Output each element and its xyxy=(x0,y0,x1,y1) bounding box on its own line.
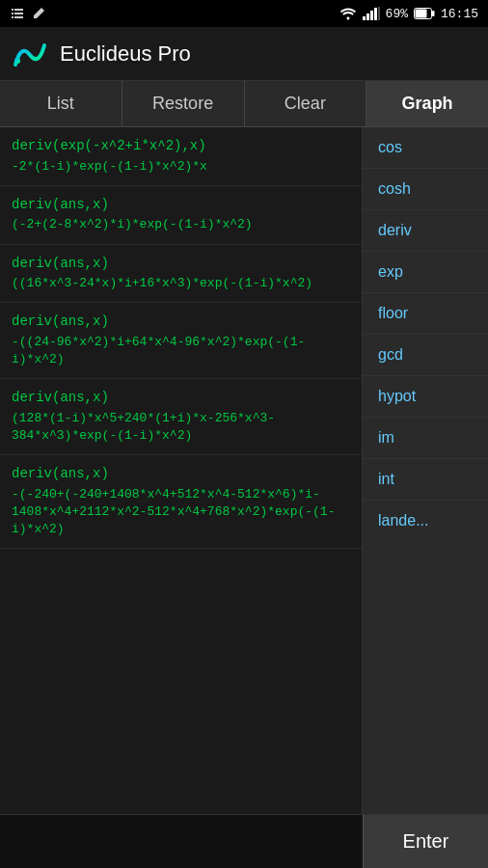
app-logo xyxy=(12,36,48,72)
enter-button[interactable]: Enter xyxy=(363,815,488,869)
sidebar-function-lande...[interactable]: lande... xyxy=(363,501,488,541)
graph-button[interactable]: Graph xyxy=(366,81,488,126)
history-output: (-2+(2-8*x^2)*i)*exp(-(1-i)*x^2) xyxy=(12,216,350,233)
history-item[interactable]: deriv(ans,x) -((24-96*x^2)*i+64*x^4-96*x… xyxy=(0,303,362,379)
history-output: (128*(1-i)*x^5+240*(1+i)*x-256*x^3-384*x… xyxy=(12,410,350,445)
tools-icon xyxy=(10,6,25,21)
svg-rect-3 xyxy=(374,8,377,20)
history-output: -((24-96*x^2)*i+64*x^4-96*x^2)*exp(-(1-i… xyxy=(12,334,350,368)
svg-rect-4 xyxy=(378,7,380,20)
history-item[interactable]: deriv(exp(-x^2+i*x^2),x) -2*(1-i)*exp(-(… xyxy=(0,127,362,186)
sidebar-function-int[interactable]: int xyxy=(363,459,488,501)
history-input: deriv(ans,x) xyxy=(12,196,350,215)
battery-percent: 69% xyxy=(386,7,408,21)
main-content: deriv(exp(-x^2+i*x^2),x) -2*(1-i)*exp(-(… xyxy=(0,127,488,814)
svg-point-8 xyxy=(14,58,20,64)
history-input: deriv(exp(-x^2+i*x^2),x) xyxy=(12,137,350,156)
history-input: deriv(ans,x) xyxy=(12,312,350,332)
svg-rect-0 xyxy=(363,16,366,20)
history-item[interactable]: deriv(ans,x) ((16*x^3-24*x)*i+16*x^3)*ex… xyxy=(0,245,362,304)
app-bar: Euclideus Pro xyxy=(0,27,488,81)
sidebar-function-im[interactable]: im xyxy=(363,418,488,459)
restore-button[interactable]: Restore xyxy=(122,81,245,126)
clear-button[interactable]: Clear xyxy=(245,81,367,126)
sidebar-function-cosh[interactable]: cosh xyxy=(363,169,488,210)
sidebar-function-gcd[interactable]: gcd xyxy=(363,335,488,376)
sidebar-function-hypot[interactable]: hypot xyxy=(363,376,488,418)
wifi-icon xyxy=(339,7,357,20)
svg-rect-7 xyxy=(432,11,435,16)
status-bar: 69% 16:15 xyxy=(0,0,488,27)
expression-input[interactable] xyxy=(0,815,363,869)
list-button[interactable]: List xyxy=(0,81,122,126)
sidebar-function-exp[interactable]: exp xyxy=(363,252,488,293)
history-input: deriv(ans,x) xyxy=(12,255,350,274)
history-item[interactable]: deriv(ans,x) -(-240+(-240+1408*x^4+512*x… xyxy=(0,455,362,549)
svg-rect-6 xyxy=(415,10,426,18)
battery-icon xyxy=(414,8,435,19)
bottom-bar: Enter xyxy=(0,814,488,868)
history-output: ((16*x^3-24*x)*i+16*x^3)*exp(-(1-i)*x^2) xyxy=(12,275,350,292)
history-output: -(-240+(-240+1408*x^4+512*x^4-512*x^6)*i… xyxy=(12,486,350,539)
clock: 16:15 xyxy=(441,7,478,21)
sidebar-function-cos[interactable]: cos xyxy=(363,127,488,169)
history-input: deriv(ans,x) xyxy=(12,465,350,484)
history-input: deriv(ans,x) xyxy=(12,389,350,408)
signal-icon xyxy=(363,7,380,20)
function-sidebar: coscoshderivexpfloorgcdhypotimintlande..… xyxy=(363,127,488,814)
sidebar-function-deriv[interactable]: deriv xyxy=(363,210,488,252)
app-title: Euclideus Pro xyxy=(60,41,191,67)
history-list: deriv(exp(-x^2+i*x^2),x) -2*(1-i)*exp(-(… xyxy=(0,127,363,814)
edit-icon xyxy=(31,6,46,21)
sidebar-function-floor[interactable]: floor xyxy=(363,293,488,335)
toolbar: List Restore Clear Graph xyxy=(0,81,488,127)
history-item[interactable]: deriv(ans,x) (-2+(2-8*x^2)*i)*exp(-(1-i)… xyxy=(0,186,362,245)
history-item[interactable]: deriv(ans,x) (128*(1-i)*x^5+240*(1+i)*x-… xyxy=(0,379,362,455)
svg-rect-1 xyxy=(366,14,369,20)
svg-rect-2 xyxy=(370,11,373,20)
history-output: -2*(1-i)*exp(-(1-i)*x^2)*x xyxy=(12,158,350,176)
